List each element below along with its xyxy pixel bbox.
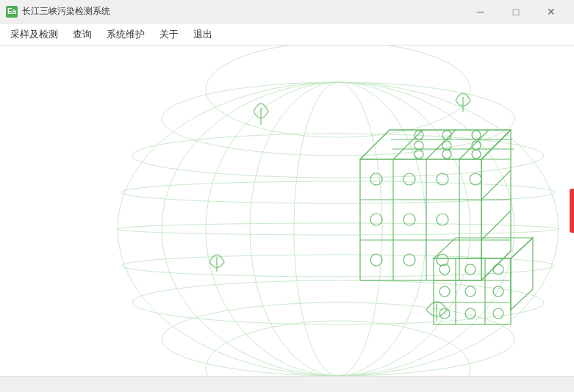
svg-point-66 [493, 308, 503, 319]
svg-point-65 [465, 308, 476, 319]
svg-point-61 [440, 286, 450, 297]
status-bar [0, 376, 574, 392]
svg-point-62 [465, 286, 476, 297]
minimize-button[interactable]: ─ [464, 0, 498, 23]
close-button[interactable]: ✕ [534, 0, 568, 23]
svg-point-0 [294, 82, 382, 376]
svg-line-30 [481, 251, 511, 280]
svg-line-27 [481, 130, 511, 159]
svg-point-38 [370, 214, 382, 225]
svg-point-51 [442, 150, 451, 159]
menu-item-sample-detect[interactable]: 采样及检测 [3, 25, 65, 44]
svg-point-37 [470, 173, 481, 185]
svg-point-59 [465, 264, 476, 275]
window-title: 长江三峡污染检测系统 [22, 5, 110, 18]
app-icon: Ea [6, 6, 18, 18]
svg-point-34 [370, 173, 382, 185]
svg-point-13 [206, 321, 470, 376]
main-content [0, 46, 574, 376]
right-accent-bar [570, 189, 574, 233]
svg-point-35 [403, 173, 415, 185]
menu-item-system-maintain[interactable]: 系统维护 [99, 25, 152, 44]
svg-point-50 [415, 150, 423, 159]
menu-bar: 采样及检测 查询 系统维护 关于 退出 [0, 23, 574, 46]
title-bar: Ea 长江三峡污染检测系统 ─ □ ✕ [0, 0, 574, 23]
svg-point-12 [206, 46, 470, 137]
maximize-button[interactable]: □ [499, 0, 533, 23]
svg-point-2 [206, 82, 470, 376]
svg-point-36 [437, 173, 448, 185]
menu-item-exit[interactable]: 退出 [186, 25, 220, 44]
menu-item-about[interactable]: 关于 [152, 25, 186, 44]
app-icon-text: Ea [7, 7, 16, 15]
menu-item-query[interactable]: 查询 [65, 25, 99, 44]
svg-point-47 [415, 141, 423, 150]
background-decoration [0, 46, 574, 376]
svg-point-42 [403, 254, 415, 266]
svg-point-3 [162, 82, 514, 376]
svg-rect-53 [434, 258, 511, 324]
svg-point-63 [493, 286, 503, 297]
svg-point-43 [437, 254, 448, 266]
svg-point-58 [440, 264, 450, 275]
svg-point-41 [370, 254, 382, 266]
svg-point-52 [472, 150, 481, 159]
svg-point-1 [250, 82, 426, 376]
window-controls: ─ □ ✕ [464, 0, 568, 23]
title-bar-left: Ea 长江三峡污染检测系统 [6, 5, 110, 18]
svg-point-11 [162, 302, 514, 376]
